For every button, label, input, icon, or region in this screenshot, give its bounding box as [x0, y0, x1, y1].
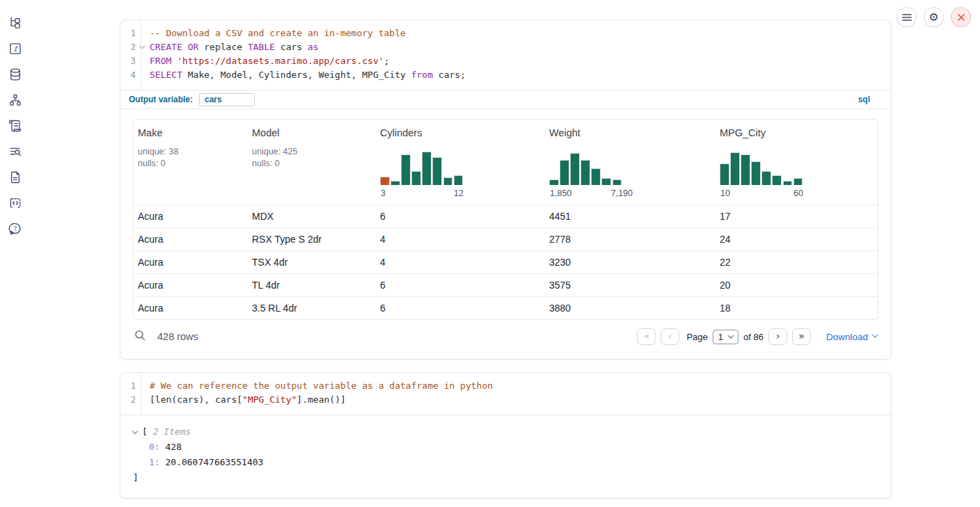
page-select-value: 1 — [718, 332, 723, 342]
tree-item[interactable]: 1: 20.060747663551403 — [133, 455, 878, 470]
column-header-Weight[interactable]: Weight1,8507,190 — [545, 120, 716, 204]
gear-icon: ⚙ — [928, 12, 938, 23]
help-icon[interactable]: ? — [8, 221, 22, 236]
table-cell: 4 — [376, 234, 545, 245]
column-header-MPG_City[interactable]: MPG_City1060 — [716, 120, 878, 204]
histogram-bar[interactable] — [580, 160, 590, 185]
chevron-down-icon — [728, 332, 734, 338]
histogram-bar[interactable] — [783, 181, 793, 185]
histogram-bar[interactable] — [741, 154, 750, 185]
column-title: Weight — [549, 127, 710, 138]
line-number: 1 — [120, 379, 136, 393]
table-cell: 6 — [376, 211, 545, 222]
table-cell: TL 4dr — [248, 280, 376, 291]
histogram-bar[interactable] — [422, 152, 432, 185]
table-cell: 20 — [716, 280, 878, 291]
python-output-tree: [ 2 Items 0: 4281: 20.060747663551403 ] — [120, 415, 891, 498]
tree-body: 0: 4281: 20.060747663551403 — [133, 440, 878, 470]
column-histogram[interactable]: 1,8507,190 — [549, 152, 633, 198]
histogram-bar[interactable] — [443, 177, 453, 185]
histogram-bar[interactable] — [751, 161, 761, 185]
histogram-bar[interactable] — [591, 168, 601, 185]
pagination: « ‹ Page 1 of 86 › » Download — [637, 328, 877, 345]
histogram-bar[interactable] — [401, 154, 411, 185]
histogram-bar[interactable] — [380, 177, 390, 185]
variables-icon[interactable]: f — [8, 41, 22, 56]
documentation-icon[interactable] — [8, 170, 22, 184]
table-header-row: Makeunique: 38nulls: 0Modelunique: 425nu… — [134, 120, 878, 204]
table-cell: Acura — [134, 280, 248, 291]
output-variable-label: Output variable: — [129, 95, 193, 104]
histogram-bar[interactable] — [560, 160, 569, 185]
histogram-bar[interactable] — [570, 153, 580, 185]
search-icon[interactable] — [134, 330, 145, 344]
page-total-label: of 86 — [743, 332, 764, 342]
table-cell: Acura — [134, 303, 248, 314]
histogram-bar[interactable] — [720, 163, 729, 185]
close-bracket: ] — [133, 470, 878, 485]
download-button[interactable]: Download — [826, 332, 877, 342]
sql-code-editor[interactable]: 1234 -- Download a CSV and create an in-… — [120, 20, 891, 90]
column-stats: unique: 425nulls: 0 — [252, 146, 370, 169]
last-page-button[interactable]: » — [792, 328, 811, 345]
tree-root-row[interactable]: [ 2 Items — [133, 424, 878, 440]
histogram-bar[interactable] — [761, 171, 771, 185]
histogram-bar[interactable] — [793, 178, 803, 185]
page-select[interactable]: 1 — [713, 330, 738, 344]
datasources-icon[interactable] — [8, 67, 22, 81]
settings-gear-button[interactable]: ⚙ — [924, 7, 944, 27]
table-row[interactable]: AcuraTSX 4dr4323022 — [134, 250, 878, 273]
table-cell: TSX 4dr — [248, 257, 376, 268]
notebook: 1234 -- Download a CSV and create an in-… — [120, 19, 892, 499]
histogram-bar[interactable] — [454, 175, 464, 185]
histogram-axis-labels: 312 — [380, 188, 464, 198]
line-number: 2 — [120, 393, 136, 407]
language-badge: sql — [858, 95, 870, 104]
notebook-menu-button[interactable] — [896, 7, 917, 27]
code-line: FROM 'https://datasets.marimo.app/cars.c… — [150, 54, 891, 68]
column-header-Cylinders[interactable]: Cylinders312 — [376, 120, 545, 204]
table-of-contents-icon[interactable] — [8, 144, 22, 159]
tree-item-key: 1: — [149, 457, 160, 467]
data-table: Makeunique: 38nulls: 0Modelunique: 425nu… — [133, 119, 878, 320]
line-number: 2 — [120, 40, 136, 54]
histogram-bar[interactable] — [411, 171, 421, 185]
table-row[interactable]: AcuraMDX6445117 — [134, 204, 878, 227]
logs-icon[interactable] — [8, 118, 22, 133]
line-number: 1 — [120, 26, 136, 40]
histogram-bar[interactable] — [730, 152, 740, 185]
output-variable-row: Output variable: cars sql — [120, 90, 891, 108]
table-cell: Acura — [134, 234, 248, 245]
histogram-bar[interactable] — [549, 179, 559, 185]
column-header-Model[interactable]: Modelunique: 425nulls: 0 — [248, 120, 376, 204]
column-histogram[interactable]: 1060 — [720, 152, 804, 198]
histogram-axis-labels: 1,8507,190 — [549, 188, 633, 198]
table-row[interactable]: AcuraRSX Type S 2dr4277824 — [134, 227, 878, 250]
table-body: AcuraMDX6445117AcuraRSX Type S 2dr427782… — [134, 204, 878, 319]
column-header-Make[interactable]: Makeunique: 38nulls: 0 — [134, 120, 248, 204]
histogram-bar[interactable] — [601, 178, 611, 185]
table-row[interactable]: Acura3.5 RL 4dr6388018 — [134, 296, 878, 319]
histogram-bar[interactable] — [612, 179, 622, 185]
shutdown-button[interactable] — [951, 7, 971, 27]
output-variable-input[interactable]: cars — [199, 93, 255, 106]
snippets-icon[interactable] — [8, 195, 22, 210]
tree-item[interactable]: 0: 428 — [133, 440, 878, 455]
dependency-graph-icon[interactable] — [8, 92, 22, 107]
python-code-editor[interactable]: 12 # We can reference the output variabl… — [120, 373, 891, 415]
histogram-bar[interactable] — [432, 157, 442, 185]
table-cell: 3880 — [545, 303, 716, 314]
prev-page-button[interactable]: ‹ — [661, 328, 679, 345]
histogram-bar[interactable] — [390, 181, 400, 185]
next-page-button[interactable]: › — [768, 328, 787, 345]
first-page-button[interactable]: « — [637, 328, 656, 345]
column-title: MPG_City — [720, 127, 872, 138]
column-histogram[interactable]: 312 — [380, 152, 464, 198]
file-tree-icon[interactable] — [8, 15, 22, 30]
code-lines: # We can reference the output variable a… — [141, 373, 891, 415]
sidebar: f ? — [0, 0, 33, 507]
table-cell: 4451 — [545, 211, 716, 222]
line-number: 3 — [120, 54, 136, 68]
histogram-bar[interactable] — [772, 175, 782, 185]
table-row[interactable]: AcuraTL 4dr6357520 — [134, 273, 878, 296]
